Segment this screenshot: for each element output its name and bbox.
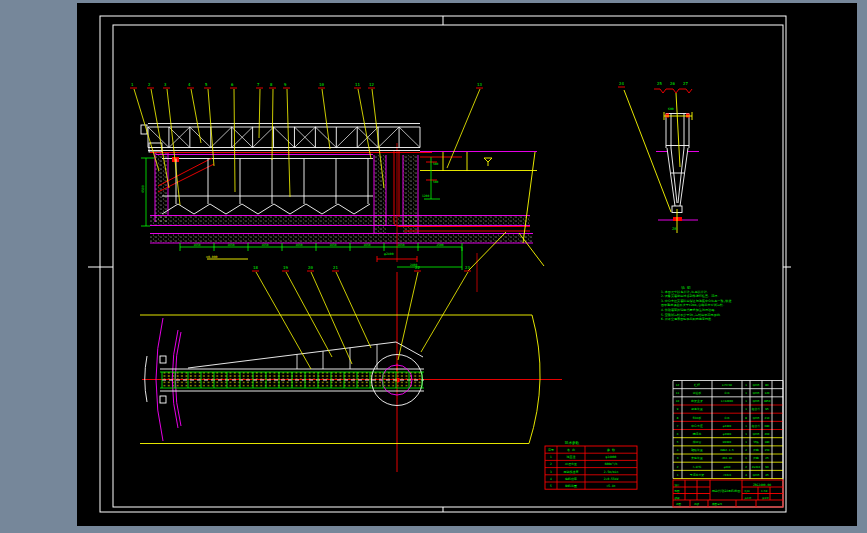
callout-label-26: 26 (670, 81, 675, 86)
cad-line (358, 89, 371, 159)
cad-line (134, 89, 159, 171)
tb-sheets: 共1张 (745, 496, 752, 500)
bom-cell: 中心支座 (691, 424, 703, 428)
bom-cell: 刮泥板 (693, 416, 702, 420)
bom-cell: 8 (745, 416, 747, 420)
cad-application-window: 说 明 技术参数 周边传动刮泥机总图 ZBG2400-00 1234567891… (0, 0, 867, 533)
dim-chain-value: 1650 (363, 243, 370, 247)
bom-cell: 9 (677, 407, 679, 411)
dim-chain-value: 1650 (193, 243, 200, 247)
callout-label-19: 19 (283, 265, 288, 270)
cad-line (191, 89, 201, 143)
param-cell: 序号 (548, 448, 554, 452)
param-cell: 2.5m/min (604, 470, 619, 474)
note-line-4: 面平整度误差不大于±2mm,合格后方可试运转。 (661, 303, 726, 307)
callout-label-13: 13 (477, 82, 482, 87)
callout-label-18: 18 (253, 265, 258, 270)
param-cell: 3 (550, 470, 552, 474)
bom-cell: 行走轮 (693, 465, 702, 469)
callout-label-25: 25 (657, 81, 662, 86)
cad-drawing-canvas[interactable]: 说 明 技术参数 周边传动刮泥机总图 ZBG2400-00 1234567891… (77, 3, 857, 526)
generated-linework: 1234567891011121318192021222324252627165… (130, 81, 783, 506)
bom-cell: 180 (764, 440, 769, 444)
bom-cell: 1 (745, 383, 747, 387)
cad-line (286, 272, 332, 357)
param-cell: 整机总重 (565, 484, 577, 488)
callout-label-28: 28 (672, 226, 677, 231)
bom-cell: 集电装置 (691, 456, 703, 460)
bom-cell: 2 (677, 465, 679, 469)
param-cell: 4 (550, 477, 552, 481)
callout-label-1: 1 (131, 82, 134, 87)
cad-line (399, 127, 420, 148)
bom-cell: 外购 (753, 448, 759, 452)
callout-label-9: 9 (284, 82, 287, 87)
bom-cell: 1850 (764, 399, 771, 403)
callout-label-11: 11 (355, 82, 360, 87)
dim-right-500a: 500 (433, 162, 439, 166)
callout-label-12: 12 (369, 82, 374, 87)
drawing-number: ZBG2400-00 (753, 483, 771, 487)
tb-trace-check: 描校 (694, 502, 700, 506)
cad-line (253, 127, 274, 148)
bom-cell: Q235 (753, 432, 760, 436)
bom-cell: φ400 (724, 465, 731, 469)
tb-check: 校核 (674, 496, 681, 500)
bom-cell: JR4-10 (722, 456, 732, 460)
param-cell: 1 (550, 455, 552, 459)
bom-cell: 4 (745, 473, 747, 477)
dim-chain-value: 1650 (295, 243, 302, 247)
bom-cell: 排泥管 (693, 440, 702, 444)
dim-column-dia: φ2400 (384, 252, 394, 256)
cad-line (211, 127, 232, 148)
callout-label-10: 10 (319, 82, 324, 87)
cad-line (378, 127, 399, 148)
bom-cell: Q235 (753, 473, 760, 477)
bom-cell: 栏杆 (693, 383, 700, 387)
dim-side-600: 600 (668, 107, 674, 111)
bom-cell: 7 (677, 424, 679, 428)
callout-label-7: 7 (257, 82, 260, 87)
bom-cell: δ=4 (724, 391, 729, 395)
param-cell: 周边线速度 (564, 470, 579, 474)
bom-cell: 1 (745, 432, 747, 436)
bom-cell: 45 (765, 473, 769, 477)
bom-cell: 86 (765, 383, 769, 387)
bom-cell: XWD2-1.5 (720, 448, 734, 452)
bom-cell: 组合件 (752, 407, 761, 411)
dim-right-1200: 1200 (422, 194, 429, 198)
bom-cell: 桁架主梁 (691, 399, 703, 403)
section-hatching (150, 152, 533, 243)
cad-line (336, 272, 371, 348)
cad-line (274, 127, 295, 148)
plan-view (140, 272, 562, 472)
note-line-1: 1.本图尺寸以毫米计,标高以米计。 (661, 290, 710, 294)
cad-line (259, 89, 260, 138)
dim-chain-value: 1650 (261, 243, 268, 247)
bom-cell: 铸铁 (752, 440, 759, 444)
bom-cell: 1 (745, 456, 747, 460)
param-cell: 电机功率 (565, 477, 577, 481)
param-table-title: 技术参数 (565, 441, 580, 445)
note-line-7: 6.外露金属表面除锈后刷防腐漆两道。 (661, 317, 714, 321)
callout-label-21: 21 (333, 265, 338, 270)
callout-label-20: 20 (308, 265, 313, 270)
callout-label-4: 4 (188, 82, 191, 87)
cad-line (421, 272, 468, 352)
bom-cell: Q235 (753, 399, 760, 403)
bom-cell: 1 (745, 391, 747, 395)
level-mark: ±0.000 (206, 255, 218, 259)
callout-label-24: 24 (619, 81, 624, 86)
bom-cell: ∠63×6 (723, 473, 732, 477)
hopper-zigzag (162, 204, 370, 214)
param-cell: 名 称 (567, 448, 575, 452)
bom-cell: Q235 (753, 391, 760, 395)
side-view (624, 89, 699, 233)
bom-cell: 走道板 (693, 391, 702, 395)
callout-label-2: 2 (148, 82, 151, 87)
bom-cell: 25 (765, 456, 769, 460)
bom-cell: δ=6 (724, 416, 729, 420)
callout-label-3: 3 (164, 82, 167, 87)
bom-cell: 1 (745, 399, 747, 403)
dim-chain-value: 1650 (329, 243, 336, 247)
